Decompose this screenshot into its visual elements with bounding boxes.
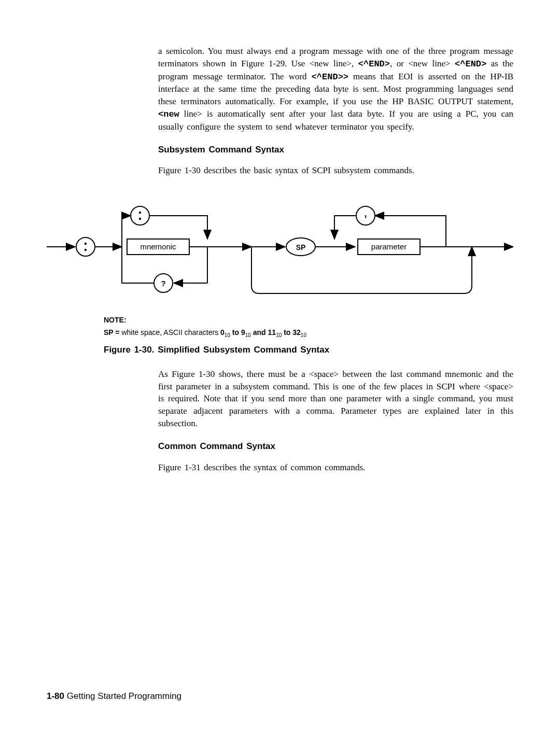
- note-text: SP = white space, ASCII characters 010 t…: [104, 327, 513, 340]
- note-block: NOTE: SP = white space, ASCII characters…: [104, 314, 513, 340]
- code: <^END>>: [312, 72, 348, 82]
- mnemonic-label: mnemonic: [140, 242, 176, 251]
- page-number: 1-80: [47, 691, 64, 701]
- figure-diagram: mnemonic ? SP parameter ,: [47, 190, 513, 306]
- note-label: NOTE:: [104, 314, 513, 327]
- question-label: ?: [161, 279, 165, 288]
- comma-label: ,: [364, 208, 367, 219]
- text: line> is automatically sent after your l…: [158, 109, 513, 132]
- figure-caption: Figure 1-30. Simplified Subsystem Comman…: [104, 345, 513, 355]
- sp-label: SP: [296, 243, 306, 251]
- parameter-label: parameter: [371, 242, 407, 251]
- paragraph-1: a semicolon. You must always end a progr…: [158, 45, 513, 133]
- svg-point-6: [139, 212, 141, 214]
- svg-point-2: [85, 243, 87, 245]
- svg-point-5: [131, 206, 149, 225]
- paragraph-3: As Figure 1-30 shows, there must be a <s…: [158, 368, 513, 430]
- code: <^END>: [358, 59, 390, 69]
- code: <new: [158, 109, 179, 119]
- page-footer: 1-80 Getting Started Programming: [47, 691, 181, 701]
- svg-point-3: [85, 249, 87, 251]
- syntax-diagram: mnemonic ? SP parameter ,: [47, 190, 513, 304]
- footer-title: Getting Started Programming: [64, 691, 181, 701]
- paragraph-2: Figure 1-30 describes the basic syntax o…: [158, 164, 513, 177]
- heading-common: Common Command Syntax: [158, 440, 513, 453]
- svg-point-7: [139, 218, 141, 220]
- svg-point-1: [76, 237, 95, 256]
- paragraph-4: Figure 1-31 describes the syntax of comm…: [158, 461, 513, 474]
- text: , or <new line>: [390, 59, 455, 68]
- heading-subsystem: Subsystem Command Syntax: [158, 144, 513, 156]
- code: <^END>: [455, 59, 486, 69]
